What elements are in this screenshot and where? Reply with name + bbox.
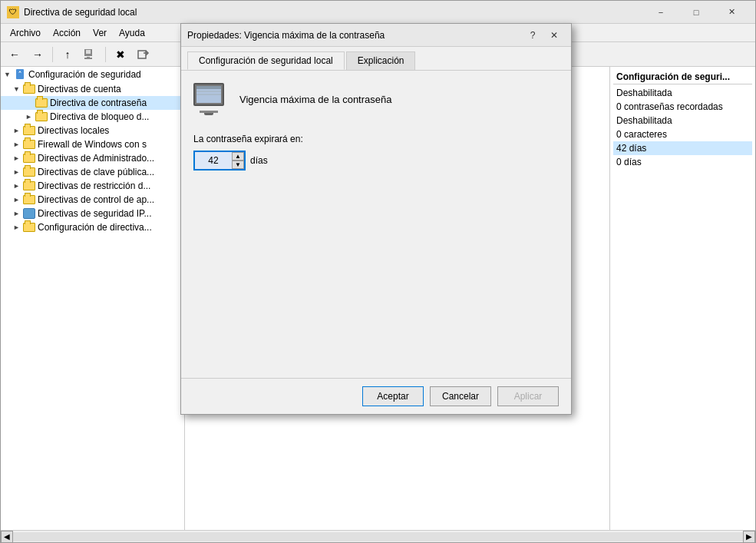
tab-config-seguridad-local[interactable]: Configuración de seguridad local	[187, 51, 345, 70]
monitor-base	[200, 111, 218, 113]
cancelar-button[interactable]: Cancelar	[430, 386, 491, 406]
spinner-control: ▲ ▼	[193, 151, 246, 171]
dialog-title-buttons: ? ✕	[522, 25, 565, 46]
spinner-up-button[interactable]: ▲	[232, 152, 244, 161]
spinner-row: ▲ ▼ días	[193, 151, 559, 171]
tab-explicacion[interactable]: Explicación	[346, 51, 416, 70]
properties-dialog: Propiedades: Vigencia máxima de la contr…	[180, 23, 572, 415]
aceptar-button[interactable]: Aceptar	[362, 386, 424, 406]
dialog-footer: Aceptar Cancelar Aplicar	[181, 378, 571, 414]
expire-label: La contraseña expirará en:	[193, 134, 559, 144]
dialog-pc-icon	[193, 83, 230, 115]
dialog-close-button[interactable]: ✕	[543, 25, 565, 46]
spinner-arrows: ▲ ▼	[232, 152, 244, 169]
dias-label: días	[250, 155, 268, 166]
dialog-overlay: Propiedades: Vigencia máxima de la contr…	[0, 0, 756, 543]
dialog-body: La contraseña expirará en: ▲ ▼ días	[193, 134, 559, 171]
dialog-title: Propiedades: Vigencia máxima de la contr…	[187, 30, 522, 41]
dialog-header-row: Vigencia máxima de la contraseña	[193, 83, 559, 115]
dialog-tabs: Configuración de seguridad local Explica…	[181, 47, 571, 71]
dialog-content: Vigencia máxima de la contraseña La cont…	[181, 71, 571, 378]
aplicar-button[interactable]: Aplicar	[497, 386, 559, 406]
spinner-input[interactable]	[195, 152, 232, 169]
spinner-down-button[interactable]: ▼	[232, 161, 244, 169]
dialog-help-button[interactable]: ?	[522, 25, 543, 46]
dialog-title-bar: Propiedades: Vigencia máxima de la contr…	[181, 24, 571, 47]
monitor-body	[193, 83, 224, 106]
monitor-screen	[196, 86, 221, 103]
dialog-subtitle: Vigencia máxima de la contraseña	[239, 94, 392, 105]
